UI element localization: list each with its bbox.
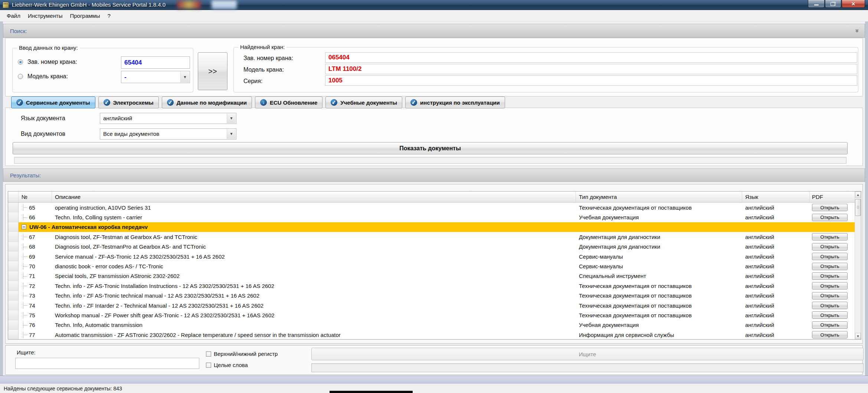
- app-icon: [3, 2, 9, 8]
- open-pdf-button[interactable]: Открыть: [812, 331, 848, 338]
- crane-model-radio[interactable]: [18, 74, 23, 79]
- restore-button[interactable]: [825, 0, 841, 8]
- table-row[interactable]: 75Workshop manual - ZF Power shift gear …: [8, 310, 855, 320]
- menu-item-3[interactable]: Программы: [66, 11, 104, 20]
- tab-5[interactable]: Учебные документы: [325, 96, 402, 108]
- doc-type: Техническая документация от поставщиков: [576, 302, 742, 309]
- row-selector[interactable]: [8, 281, 19, 291]
- menu-item-2[interactable]: Инструменты: [24, 11, 66, 20]
- column-header-3[interactable]: Тип документа: [576, 191, 742, 202]
- dropdown-arrow-icon[interactable]: ▼: [227, 129, 236, 139]
- row-selector[interactable]: [8, 291, 19, 301]
- case-sensitive-option: Верхний/нижний регистр: [206, 351, 278, 357]
- doc-description: Techn. Info, Automatic transmission: [52, 322, 576, 328]
- column-header-4[interactable]: Язык: [742, 191, 810, 202]
- doc-language: английский: [742, 312, 810, 318]
- tab-2[interactable]: Электросхемы: [98, 96, 159, 108]
- doc-language: английский: [742, 253, 810, 260]
- tab-6[interactable]: инструкция по эксплуатации: [405, 96, 505, 108]
- open-pdf-button[interactable]: Открыть: [812, 292, 848, 299]
- crane-model-select[interactable]: - ▼: [121, 71, 190, 83]
- serial-number-input[interactable]: 65404: [121, 56, 190, 69]
- close-button[interactable]: ×: [842, 0, 865, 8]
- row-selector[interactable]: [8, 252, 19, 261]
- open-pdf-button[interactable]: Открыть: [812, 263, 848, 270]
- row-selector[interactable]: [8, 222, 19, 232]
- find-input[interactable]: [15, 358, 199, 369]
- table-row[interactable]: 70dianostic book - error codes AS- / TC-…: [8, 261, 855, 271]
- ecu-download-icon: ↓: [260, 99, 267, 106]
- whole-word-checkbox[interactable]: [206, 363, 211, 368]
- dropdown-arrow-icon[interactable]: ▼: [180, 72, 189, 82]
- table-row[interactable]: 72Techn. info - ZF AS-Tronic Installatio…: [8, 281, 855, 291]
- table-row[interactable]: 77Automatic transmission - ZF ASTronic 2…: [8, 330, 855, 339]
- crane-input-legend: Ввод данных по крану:: [17, 45, 80, 51]
- row-selector[interactable]: [8, 310, 19, 320]
- vertical-scrollbar[interactable]: ▲ ▼: [855, 191, 861, 339]
- service-portal-icon: [104, 99, 110, 106]
- show-documents-button[interactable]: Показать документы: [13, 142, 848, 154]
- find-button[interactable]: Ищите: [311, 348, 864, 360]
- row-selector[interactable]: [8, 242, 19, 252]
- menu-item-4[interactable]: ?: [104, 11, 114, 20]
- search-section-title: Поиск:: [10, 28, 27, 34]
- group-row[interactable]: UW-06 - Автоматическая коробка передачv: [8, 222, 855, 232]
- table-row[interactable]: 74Techn. info - ZF Intarder 2 - Technica…: [8, 301, 855, 310]
- open-pdf-button[interactable]: Открыть: [812, 302, 848, 309]
- open-pdf-button[interactable]: Открыть: [812, 243, 848, 250]
- serial-number-radio[interactable]: [18, 59, 23, 65]
- row-number: 74: [19, 302, 52, 309]
- menu-item-1[interactable]: Файл: [3, 11, 24, 20]
- table-row[interactable]: 73Techn. info - ZF AS-Tronic technical m…: [8, 291, 855, 301]
- table-row[interactable]: 69Service manual - ZF-AS-Tronic 12 AS 23…: [8, 252, 855, 261]
- doc-language: английский: [742, 273, 810, 279]
- open-pdf-button[interactable]: Открыть: [812, 233, 848, 240]
- doc-language: английский: [742, 214, 810, 220]
- row-selector[interactable]: [8, 203, 19, 212]
- scroll-up-icon[interactable]: ▲: [855, 191, 861, 198]
- doctype-select[interactable]: Все виды документов ▼: [100, 128, 236, 140]
- row-selector[interactable]: [8, 320, 19, 330]
- tab-4[interactable]: ↓ECU Обновление: [255, 96, 322, 108]
- row-selector[interactable]: [8, 301, 19, 310]
- open-pdf-button[interactable]: Открыть: [812, 253, 848, 260]
- open-pdf-button[interactable]: Открыть: [812, 204, 848, 211]
- collapse-section-icon[interactable]: »: [853, 29, 861, 32]
- minimize-button[interactable]: [808, 0, 825, 8]
- column-header-1[interactable]: №: [19, 191, 52, 202]
- whole-word-option: Целые слова: [206, 362, 248, 368]
- title-bar[interactable]: Liebherr-Werk Ehingen GmbH - Mobiles Ser…: [0, 0, 868, 10]
- open-pdf-button[interactable]: Открыть: [812, 272, 848, 280]
- table-row[interactable]: 66Techn. Info, Colling system - carrierУ…: [8, 212, 855, 222]
- column-header-5[interactable]: PDF: [810, 191, 861, 202]
- doc-type: Учебная документация: [576, 214, 742, 220]
- collapse-group-icon[interactable]: [22, 225, 26, 229]
- case-sensitive-checkbox[interactable]: [206, 351, 211, 357]
- table-row[interactable]: 68Diagnosis tool, ZF-TestmanPro at Gearb…: [8, 242, 855, 252]
- open-pdf-button[interactable]: Открыть: [812, 282, 848, 289]
- table-row[interactable]: 65operating instruction, A10VO Series 31…: [8, 203, 855, 212]
- table-row[interactable]: 67Diagnosis tool, ZF-Testman at Gearbox …: [8, 232, 855, 242]
- column-header-2[interactable]: Описание: [52, 191, 576, 202]
- row-selector[interactable]: [8, 212, 19, 222]
- row-selector[interactable]: [8, 232, 19, 242]
- scroll-down-icon[interactable]: ▼: [855, 333, 861, 339]
- language-select[interactable]: английский ▼: [100, 113, 236, 124]
- doc-language: английский: [742, 292, 810, 299]
- table-row[interactable]: 71Special tools, ZF transmission AStroni…: [8, 271, 855, 281]
- scrollbar-thumb[interactable]: [855, 199, 861, 216]
- row-selector[interactable]: [8, 330, 19, 339]
- tab-label: Учебные документы: [340, 99, 397, 106]
- found-crane-legend: Найденный кран:: [238, 44, 286, 50]
- tab-1[interactable]: Сервисные документы: [11, 96, 95, 108]
- transfer-search-button[interactable]: >>: [198, 52, 227, 90]
- open-pdf-button[interactable]: Открыть: [812, 214, 848, 221]
- row-selector[interactable]: [8, 271, 19, 281]
- open-pdf-button[interactable]: Открыть: [812, 321, 848, 329]
- tab-3[interactable]: Данные по модификации: [162, 96, 252, 108]
- open-pdf-button[interactable]: Открыть: [812, 311, 848, 319]
- tab-label: ECU Обновление: [270, 99, 317, 106]
- dropdown-arrow-icon[interactable]: ▼: [227, 114, 236, 123]
- table-row[interactable]: 76Techn. Info, Automatic transmissionУче…: [8, 320, 855, 330]
- row-selector[interactable]: [8, 261, 19, 271]
